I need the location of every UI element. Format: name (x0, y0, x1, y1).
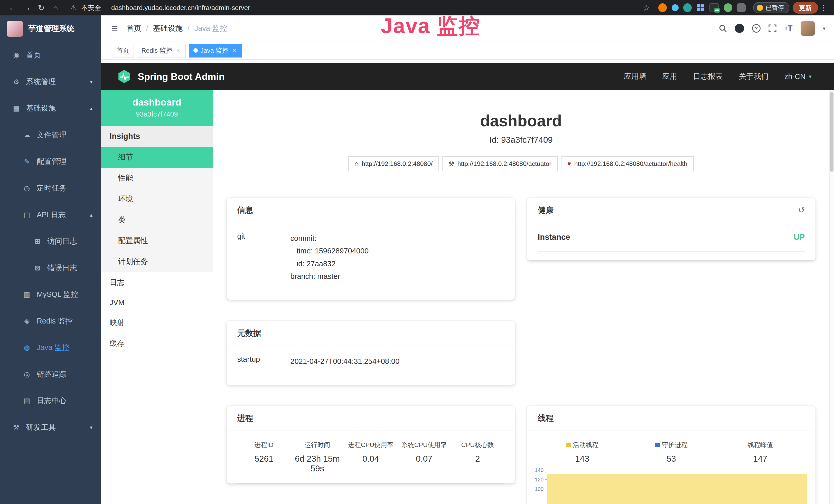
close-tab-icon[interactable]: × (231, 47, 237, 54)
fullscreen-icon[interactable] (768, 24, 776, 33)
cpu-cores-stat: CPU核心数 2 (451, 441, 504, 474)
sba-item-mappings[interactable]: 映射 (101, 312, 213, 333)
wrench-icon: ⚒ (448, 160, 454, 168)
sidebar-item-dev-tools[interactable]: ⚒ 研发工具 ▾ (0, 414, 101, 441)
sba-item-caches[interactable]: 缓存 (101, 333, 213, 354)
paused-extension-pill[interactable]: 已暂停 (753, 2, 790, 13)
extensions-area: on (658, 3, 745, 12)
page-title: dashboard (226, 112, 815, 130)
sidebar-item-home[interactable]: ◉ 首页 (0, 42, 101, 69)
instance-id: 93a3fc7f7409 (106, 110, 207, 118)
security-label: 不安全 (81, 3, 101, 12)
reload-icon[interactable]: ↻ (34, 3, 48, 13)
user-avatar[interactable] (800, 21, 815, 36)
sidebar-item-tracing[interactable]: ◎ 链路追踪 (0, 361, 101, 388)
health-card-title: 健康 (538, 205, 554, 216)
actuator-url-link[interactable]: ⚒ http://192.168.0.2:48080/actuator (442, 156, 557, 171)
sidebar-item-java-monitor[interactable]: ◍ Java 监控 (0, 334, 101, 361)
address-bar[interactable]: ⚠ 不安全 dashboard.yudao.iocoder.cn/infra/a… (70, 3, 250, 12)
sidebar-item-redis-monitor[interactable]: ◈ Redis 监控 (0, 308, 101, 335)
drop-extension-icon[interactable] (672, 4, 679, 11)
font-size-icon[interactable]: TT (785, 24, 793, 33)
sba-content: dashboard Id: 93a3fc7f7409 ⌂ http://192.… (213, 90, 829, 504)
leaf-extension-icon[interactable] (724, 3, 732, 12)
sba-brand-title[interactable]: Spring Boot Admin (138, 71, 224, 82)
locale-select[interactable]: zh-CN ▾ (785, 72, 812, 81)
tab-java-monitor[interactable]: Java 监控 × (189, 44, 242, 58)
update-browser-button[interactable]: 更新 (793, 2, 818, 14)
sidebar-item-scheduled-jobs[interactable]: ◷ 定时任务 (0, 175, 101, 202)
sba-item-environment[interactable]: 环境 (101, 189, 213, 209)
breadcrumb: 首页 / 基础设施 / Java 监控 (126, 23, 227, 33)
log-center-icon: ▤ (22, 397, 31, 405)
sidebar-item-config-manage[interactable]: ✎ 配置管理 (0, 148, 101, 175)
daemon-threads-stat: 守护进程 53 (627, 441, 716, 464)
clock-icon: ◷ (22, 184, 31, 192)
sba-item-classes[interactable]: 类 (101, 209, 213, 230)
service-url-link[interactable]: ⌂ http://192.168.0.2:48080/ (348, 156, 439, 171)
sba-item-metrics[interactable]: 性能 (101, 168, 213, 188)
doc-icon: ⊞ (33, 237, 42, 246)
health-url-link[interactable]: ♥ http://192.168.0.2:48080/actuator/heal… (561, 156, 694, 171)
help-icon[interactable]: ? (752, 24, 761, 33)
sba-item-scheduled-tasks[interactable]: 计划任务 (101, 251, 213, 272)
sba-item-details[interactable]: 细节 (101, 147, 213, 168)
app-logo[interactable]: 芋道管理系统 (0, 16, 101, 42)
sidebar-item-infra[interactable]: ▦ 基础设施 ▴ (0, 95, 101, 122)
browser-window: ← → ↻ ⌂ ⚠ 不安全 dashboard.yudao.iocoder.cn… (0, 0, 834, 504)
sba-item-jvm[interactable]: JVM (101, 293, 213, 312)
breadcrumb-infra[interactable]: 基础设施 (153, 23, 183, 33)
live-threads-legend-icon (566, 443, 571, 448)
sidebar-item-api-logs[interactable]: ▤ API 日志 ▴ (0, 202, 101, 228)
active-threads-area (547, 474, 807, 504)
grid-extension-icon[interactable] (697, 4, 705, 12)
instance-header[interactable]: dashboard 93a3fc7f7409 (101, 90, 213, 126)
sba-nav-applications[interactable]: 应用 (662, 71, 677, 82)
sba-navbar: Spring Boot Admin 应用墙 应用 日志报表 关于我们 zh-CN… (101, 63, 834, 90)
url-text: dashboard.yudao.iocoder.cn/infra/admin-s… (111, 4, 250, 12)
teal-extension-icon[interactable] (683, 3, 692, 12)
scrollbar-thumb[interactable] (830, 92, 833, 172)
github-icon[interactable] (735, 24, 744, 33)
info-card-title: 信息 (237, 205, 253, 216)
health-instance-label: Instance (538, 233, 570, 242)
tab-redis-monitor[interactable]: Redis 监控 × (137, 44, 186, 58)
eye-icon: ◎ (22, 370, 31, 379)
hamburger-icon[interactable]: ≡ (112, 22, 118, 35)
sidebar-item-mysql-monitor[interactable]: ▥ MySQL 监控 (0, 281, 101, 308)
fox-extension-icon[interactable] (658, 3, 667, 12)
sidebar-item-file-manage[interactable]: ☁ 文件管理 (0, 122, 101, 148)
metadata-card: 元数据 startup 2021-04-27T00:44:31.254+08:0… (226, 321, 515, 385)
bookmark-star-icon[interactable]: ☆ (643, 3, 650, 13)
chevron-down-icon: ▾ (809, 73, 812, 80)
sidebar-item-error-logs[interactable]: ⊠ 错误日志 (0, 255, 101, 281)
app-title: 芋道管理系统 (28, 23, 74, 34)
heart-icon: ♥ (567, 160, 571, 167)
puzzle-extension-icon[interactable] (737, 3, 745, 12)
sba-nav-about[interactable]: 关于我们 (739, 71, 768, 82)
sidebar-item-access-logs[interactable]: ⊞ 访问日志 (0, 228, 101, 255)
process-uptime-stat: 运行时间 6d 23h 15m 59s (290, 441, 344, 474)
switch-extension-icon[interactable]: on (709, 3, 719, 12)
forward-icon[interactable]: → (20, 3, 34, 12)
sidebar-item-log-center[interactable]: ▤ 日志中心 (0, 387, 101, 414)
tab-home[interactable]: 首页 (112, 44, 134, 58)
scrollbar[interactable] (829, 90, 834, 504)
history-icon[interactable]: ↺ (798, 205, 805, 215)
home-icon[interactable]: ⌂ (48, 3, 63, 12)
sba-item-logs[interactable]: 日志 (101, 272, 213, 293)
sba-nav-wallboard[interactable]: 应用墙 (624, 71, 646, 82)
back-icon[interactable]: ← (5, 3, 20, 12)
logo-avatar (7, 21, 23, 37)
sba-nav-journal[interactable]: 日志报表 (693, 71, 723, 82)
sba-item-config-props[interactable]: 配置属性 (101, 230, 213, 251)
system-cpu-stat: 系统CPU使用率 0.07 (397, 441, 451, 474)
active-tab-dot (193, 48, 198, 53)
search-icon[interactable] (719, 24, 727, 33)
close-tab-icon[interactable]: × (175, 47, 181, 54)
gear-icon: ⚙ (12, 78, 21, 86)
breadcrumb-home[interactable]: 首页 (126, 23, 141, 33)
threads-chart: 140 120 100 (531, 470, 807, 504)
sidebar-item-system[interactable]: ⚙ 系统管理 ▾ (0, 69, 101, 95)
browser-menu-icon[interactable]: ⋮ (818, 3, 829, 12)
